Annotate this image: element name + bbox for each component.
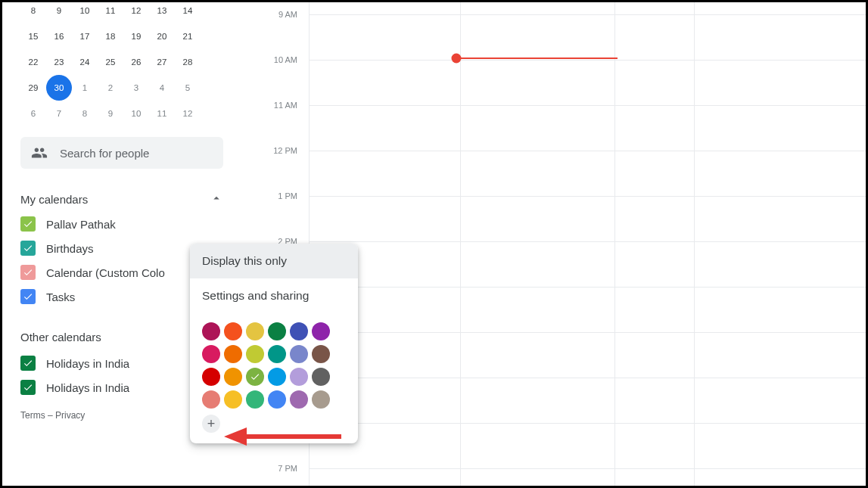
color-swatch[interactable]: [312, 368, 330, 386]
mini-cal-day[interactable]: 5: [175, 75, 201, 101]
hour-gridline: [309, 14, 866, 15]
mini-cal-day[interactable]: 10: [123, 101, 149, 126]
mini-cal-day[interactable]: 14: [175, 0, 201, 23]
section-title: My calendars: [20, 193, 88, 206]
hour-gridline: [309, 151, 866, 151]
mini-cal-day[interactable]: 13: [149, 0, 175, 23]
mini-cal-day[interactable]: 22: [20, 49, 46, 75]
color-swatch[interactable]: [246, 322, 264, 340]
calendar-checkbox[interactable]: [20, 356, 36, 371]
mini-cal-day[interactable]: 29: [20, 75, 46, 101]
hour-gridline: [309, 423, 866, 424]
calendar-label: Holidays in India: [46, 357, 129, 370]
mini-cal-day[interactable]: 10: [72, 0, 98, 23]
calendar-checkbox[interactable]: [20, 380, 36, 395]
time-label: 10 AM: [274, 55, 297, 64]
time-label: 11 AM: [274, 101, 297, 110]
display-this-only-item[interactable]: Display this only: [190, 244, 358, 278]
add-custom-color-button[interactable]: +: [202, 415, 220, 433]
hour-gridline: [309, 196, 866, 197]
annotation-arrow: [224, 424, 345, 449]
mini-cal-day[interactable]: 19: [123, 23, 149, 49]
color-swatch[interactable]: [224, 390, 242, 409]
hour-gridline: [309, 332, 866, 333]
color-swatch[interactable]: [224, 322, 242, 340]
color-swatch[interactable]: [268, 345, 286, 363]
color-swatch[interactable]: [202, 368, 220, 386]
calendar-item[interactable]: Pallav Pathak: [20, 212, 223, 236]
calendar-label: Tasks: [46, 291, 75, 303]
mini-cal-day[interactable]: 20: [149, 23, 175, 49]
mini-cal-day[interactable]: 8: [72, 101, 98, 126]
color-swatch[interactable]: [312, 322, 330, 340]
color-swatch[interactable]: [224, 345, 242, 363]
now-indicator-line: [456, 58, 618, 59]
mini-cal-day[interactable]: 24: [72, 49, 98, 75]
mini-cal-day[interactable]: 8: [20, 0, 46, 23]
mini-cal-day[interactable]: 9: [98, 101, 123, 126]
mini-cal-day[interactable]: 4: [149, 75, 175, 101]
color-swatch[interactable]: [312, 390, 330, 409]
calendar-grid[interactable]: [309, 2, 866, 486]
hour-gridline: [309, 241, 866, 242]
mini-cal-day[interactable]: 12: [123, 0, 149, 23]
mini-cal-day[interactable]: 18: [98, 23, 123, 49]
mini-cal-day[interactable]: 11: [149, 101, 175, 126]
hour-gridline: [309, 60, 866, 61]
color-swatch[interactable]: [268, 368, 286, 386]
mini-cal-day[interactable]: 30: [46, 75, 72, 101]
calendar-checkbox[interactable]: [20, 265, 36, 280]
calendar-checkbox[interactable]: [20, 216, 36, 232]
color-swatch[interactable]: [290, 345, 308, 363]
calendar-checkbox[interactable]: [20, 289, 36, 304]
my-calendars-header[interactable]: My calendars: [20, 187, 223, 212]
color-swatch[interactable]: [268, 322, 286, 340]
mini-cal-day[interactable]: 12: [175, 101, 201, 126]
mini-cal-day[interactable]: 26: [123, 49, 149, 75]
color-swatch[interactable]: [268, 390, 286, 409]
settings-sharing-item[interactable]: Settings and sharing: [190, 278, 358, 313]
color-swatch[interactable]: [224, 368, 242, 386]
svg-marker-1: [224, 427, 247, 446]
day-gridline: [614, 2, 615, 486]
calendar-context-menu: Display this only Settings and sharing +: [190, 244, 358, 443]
color-swatch[interactable]: [290, 390, 308, 409]
mini-calendar: 8910111213141516171819202122232425262728…: [20, 0, 223, 126]
mini-cal-day[interactable]: 28: [175, 49, 201, 75]
mini-cal-day[interactable]: 15: [20, 23, 46, 49]
search-placeholder: Search for people: [60, 147, 149, 160]
section-title: Other calendars: [20, 331, 101, 343]
color-swatch[interactable]: [202, 390, 220, 409]
color-swatch[interactable]: [202, 345, 220, 363]
mini-cal-day[interactable]: 27: [149, 49, 175, 75]
mini-cal-day[interactable]: 25: [98, 49, 123, 75]
color-swatch[interactable]: [246, 390, 264, 409]
mini-cal-day[interactable]: 1: [72, 75, 98, 101]
mini-cal-day[interactable]: 23: [46, 49, 72, 75]
color-swatch[interactable]: [246, 345, 264, 363]
color-swatch[interactable]: [202, 322, 220, 340]
mini-cal-day[interactable]: 17: [72, 23, 98, 49]
calendar-label: Birthdays: [46, 242, 94, 255]
color-swatch[interactable]: [290, 368, 308, 386]
color-swatch[interactable]: [246, 368, 264, 386]
chevron-up-icon: [210, 191, 223, 207]
mini-cal-day[interactable]: 16: [46, 23, 72, 49]
color-swatch[interactable]: [312, 345, 330, 363]
mini-cal-day[interactable]: 3: [123, 75, 149, 101]
calendar-checkbox[interactable]: [20, 241, 36, 256]
mini-cal-day[interactable]: 2: [98, 75, 123, 101]
mini-cal-day[interactable]: 11: [98, 0, 123, 23]
mini-cal-day[interactable]: 21: [175, 23, 201, 49]
calendar-label: Calendar (Custom Colo: [46, 266, 165, 279]
mini-cal-day[interactable]: 9: [46, 0, 72, 23]
hour-gridline: [309, 468, 866, 469]
color-swatch[interactable]: [290, 322, 308, 340]
mini-cal-day[interactable]: 7: [46, 101, 72, 126]
day-gridline: [460, 2, 461, 486]
time-label: 1 PM: [278, 191, 297, 200]
mini-cal-day[interactable]: 6: [20, 101, 46, 126]
calendar-label: Holidays in India: [46, 381, 129, 394]
search-people[interactable]: Search for people: [20, 137, 223, 169]
hour-gridline: [309, 378, 866, 378]
